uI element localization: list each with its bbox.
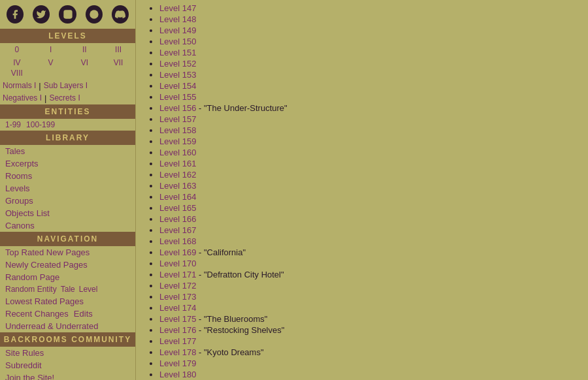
list-item: Level 169 - "California" — [159, 247, 578, 258]
list-item: Level 158 — [159, 125, 578, 136]
level-177-link[interactable]: Level 177 — [159, 336, 196, 346]
level-147-link[interactable]: Level 147 — [159, 3, 196, 13]
level-164-link[interactable]: Level 164 — [159, 192, 196, 202]
negatives-I-link[interactable]: Negatives I — [3, 93, 42, 103]
edits-link[interactable]: Edits — [74, 309, 93, 319]
list-item: Level 149 — [159, 25, 578, 36]
level-III-link[interactable]: III — [101, 44, 135, 55]
library-groups-link[interactable]: Groups — [0, 195, 135, 207]
level-II-link[interactable]: II — [68, 44, 102, 55]
reddit-icon[interactable] — [86, 5, 103, 24]
list-item: Level 148 — [159, 14, 578, 25]
level-157-link[interactable]: Level 157 — [159, 114, 196, 124]
level-176-link[interactable]: Level 176 — [159, 325, 196, 335]
subreddit-link[interactable]: Subreddit — [0, 359, 135, 372]
site-rules-link[interactable]: Site Rules — [0, 347, 135, 359]
random-level-link[interactable]: Level — [79, 285, 98, 294]
navigation-header: NAVIGATION — [0, 232, 135, 246]
library-canons-link[interactable]: Canons — [0, 219, 135, 232]
svg-point-2 — [90, 10, 98, 18]
random-page-link[interactable]: Random Page — [0, 271, 135, 283]
list-item: Level 161 — [159, 158, 578, 169]
list-item: Level 162 — [159, 169, 578, 180]
twitter-icon[interactable] — [33, 5, 50, 24]
list-item: Level 160 — [159, 147, 578, 158]
newly-created-link[interactable]: Newly Created Pages — [0, 259, 135, 271]
level-175-link[interactable]: Level 175 — [159, 314, 196, 324]
level-171-link[interactable]: Level 171 — [159, 270, 196, 279]
level-0-link[interactable]: 0 — [0, 44, 34, 55]
level-174-link[interactable]: Level 174 — [159, 303, 196, 313]
list-item: Level 176 - "Restocking Shelves" — [159, 325, 578, 336]
level-180-link[interactable]: Level 180 — [159, 370, 196, 379]
level-168-link[interactable]: Level 168 — [159, 236, 196, 246]
secrets-I-link[interactable]: Secrets I — [49, 93, 80, 103]
level-172-link[interactable]: Level 172 — [159, 281, 196, 291]
level-V-link[interactable]: V — [34, 57, 68, 68]
level-159-link[interactable]: Level 159 — [159, 136, 196, 146]
library-tales-link[interactable]: Tales — [0, 145, 135, 157]
lowest-rated-link[interactable]: Lowest Rated Pages — [0, 295, 135, 308]
levels-header: LEVELS — [0, 29, 135, 43]
random-entity-link[interactable]: Random Entity — [5, 285, 57, 294]
list-item: Level 159 — [159, 136, 578, 147]
level-179-link[interactable]: Level 179 — [159, 358, 196, 368]
level-VI-link[interactable]: VI — [68, 57, 102, 68]
level-165-link[interactable]: Level 165 — [159, 203, 196, 213]
join-site-link[interactable]: Join the Site! — [0, 372, 135, 380]
level-152-link[interactable]: Level 152 — [159, 59, 196, 69]
level-VII-link[interactable]: VII — [101, 57, 135, 68]
list-item: Level 177 — [159, 336, 578, 347]
social-bar — [0, 0, 135, 29]
level-170-link[interactable]: Level 170 — [159, 259, 196, 268]
list-item: Level 168 — [159, 236, 578, 247]
nav-inline-row: Random Entity Tale Level — [0, 283, 135, 295]
library-objects-link[interactable]: Objects List — [0, 207, 135, 219]
level-I-link[interactable]: I — [34, 44, 68, 55]
level-163-link[interactable]: Level 163 — [159, 181, 196, 191]
level-153-link[interactable]: Level 153 — [159, 70, 196, 80]
sublayers-I-link[interactable]: Sub Layers I — [44, 81, 88, 91]
level-148-link[interactable]: Level 148 — [159, 14, 196, 24]
entities-100-199-link[interactable]: 100-199 — [26, 120, 55, 129]
level-150-link[interactable]: Level 150 — [159, 37, 196, 46]
list-item: Level 154 — [159, 80, 578, 91]
levels-list: Level 147Level 148Level 149Level 150Leve… — [146, 3, 578, 380]
random-tale-link[interactable]: Tale — [61, 285, 75, 294]
level-155-link[interactable]: Level 155 — [159, 92, 196, 102]
level-154-link[interactable]: Level 154 — [159, 81, 196, 91]
level-178-link[interactable]: Level 178 — [159, 347, 196, 357]
level-158-link[interactable]: Level 158 — [159, 125, 196, 135]
level-173-link[interactable]: Level 173 — [159, 292, 196, 302]
level-166-link[interactable]: Level 166 — [159, 214, 196, 224]
entities-header: ENTITIES — [0, 104, 135, 119]
negatives-row: Negatives I | Secrets I — [0, 92, 135, 104]
normals-I-link[interactable]: Normals I — [3, 81, 36, 91]
discord-icon[interactable] — [112, 5, 129, 24]
level-167-link[interactable]: Level 167 — [159, 225, 196, 235]
list-item: Level 166 — [159, 214, 578, 225]
level-169-link[interactable]: Level 169 — [159, 247, 196, 257]
level-160-link[interactable]: Level 160 — [159, 148, 196, 157]
list-item: Level 174 — [159, 302, 578, 313]
level-149-link[interactable]: Level 149 — [159, 25, 196, 35]
entities-1-99-link[interactable]: 1-99 — [5, 120, 21, 129]
recent-changes-link[interactable]: Recent Changes — [5, 309, 69, 319]
level-IV-link[interactable]: IV — [0, 57, 34, 68]
level-162-link[interactable]: Level 162 — [159, 170, 196, 180]
levels-number-row: 0 I II III — [0, 43, 135, 56]
library-levels-link[interactable]: Levels — [0, 182, 135, 195]
sidebar: LEVELS 0 I II III IV V VI VII VIII Norma… — [0, 0, 136, 380]
list-item: Level 180 — [159, 369, 578, 380]
list-item: Level 171 - "Defratton City Hotel" — [159, 269, 578, 280]
level-151-link[interactable]: Level 151 — [159, 48, 196, 57]
library-excerpts-link[interactable]: Excerpts — [0, 157, 135, 170]
level-156-link[interactable]: Level 156 — [159, 103, 196, 113]
level-VIII-link[interactable]: VIII — [0, 68, 34, 78]
underread-link[interactable]: Underread & Underrated — [0, 320, 135, 332]
top-rated-link[interactable]: Top Rated New Pages — [0, 246, 135, 259]
library-rooms-link[interactable]: Rooms — [0, 170, 135, 182]
level-161-link[interactable]: Level 161 — [159, 159, 196, 168]
instagram-icon[interactable] — [59, 5, 76, 24]
facebook-icon[interactable] — [7, 5, 24, 24]
